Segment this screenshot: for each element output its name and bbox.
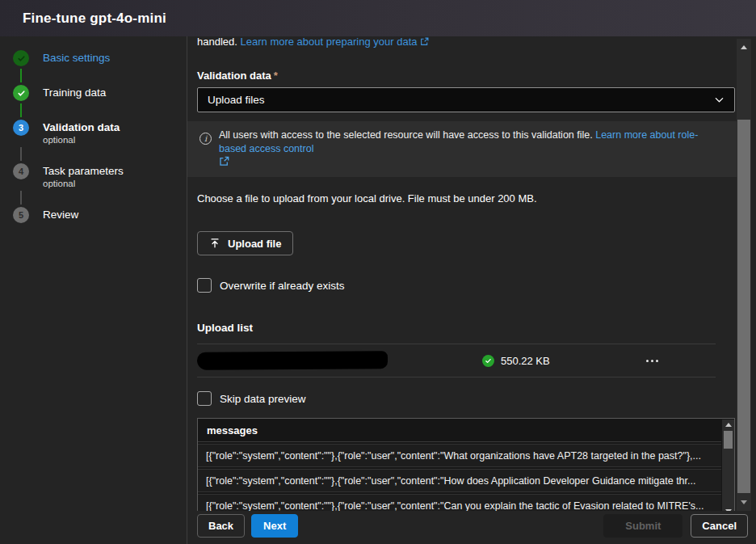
preparing-data-link[interactable]: Learn more about preparing your data — [241, 36, 418, 48]
step-optional-label: optional — [43, 135, 120, 145]
table-row: [{"role":"system","content":""},{"role":… — [198, 444, 721, 467]
table-scrollbar[interactable] — [722, 420, 734, 517]
step-label: Validation data — [43, 121, 120, 133]
cancel-button[interactable]: Cancel — [691, 514, 748, 538]
step-optional-label: optional — [43, 179, 124, 188]
step-label: Basic settings — [43, 52, 110, 64]
table-row: [{"role":"system","content":""},{"role":… — [198, 469, 721, 492]
page-scroll-up-icon[interactable] — [737, 45, 751, 49]
step-number-badge: 3 — [13, 120, 29, 136]
table-scrollbar-thumb[interactable] — [724, 431, 733, 449]
sidebar-item-task-parameters[interactable]: 4 Task parameters optional — [13, 163, 187, 188]
file-more-button[interactable] — [643, 356, 662, 365]
redacted-file-name — [197, 351, 388, 370]
upload-icon — [209, 238, 220, 249]
step-number-badge: 4 — [13, 163, 29, 179]
overwrite-checkbox-row[interactable]: Overwrite if already exists — [197, 278, 737, 293]
clipped-help-text: handled. Learn more about preparing your… — [197, 36, 737, 50]
sidebar-item-validation-data[interactable]: 3 Validation data optional — [13, 120, 187, 145]
step-completed-check-icon — [13, 85, 29, 101]
page-scrollbar-track[interactable] — [737, 39, 751, 511]
uploaded-file-row: 550.22 KB — [197, 344, 716, 377]
step-connector — [20, 103, 22, 117]
sidebar-item-basic-settings[interactable]: Basic settings — [13, 50, 187, 66]
step-completed-check-icon — [13, 50, 29, 66]
step-label: Training data — [43, 86, 106, 99]
step-connector — [20, 69, 22, 82]
sidebar-item-review[interactable]: 5 Review — [13, 207, 187, 223]
overwrite-checkbox[interactable] — [197, 278, 212, 293]
upload-file-button[interactable]: Upload file — [197, 231, 293, 255]
step-connector — [20, 147, 22, 161]
skip-preview-checkbox-label: Skip data preview — [220, 393, 306, 405]
external-link-icon — [420, 36, 429, 48]
fine-tune-wizard-window: Fine-tune gpt-4o-mini Basic settings Tra… — [0, 0, 756, 544]
upload-instruction-text: Choose a file to upload from your local … — [197, 192, 737, 205]
upload-list-heading: Upload list — [197, 322, 737, 334]
page-scrollbar[interactable] — [737, 36, 751, 511]
step-connector — [20, 191, 22, 205]
access-info-banner: i All users with access to the selected … — [187, 121, 737, 177]
upload-button-label: Upload file — [228, 238, 281, 250]
overwrite-checkbox-label: Overwrite if already exists — [220, 280, 345, 292]
validation-data-label: Validation data* — [197, 70, 737, 82]
skip-preview-checkbox[interactable] — [197, 391, 212, 406]
required-asterisk: * — [274, 70, 278, 82]
table-scroll-up-icon[interactable] — [722, 423, 734, 427]
table-column-header: messages — [198, 419, 721, 442]
back-button[interactable]: Back — [197, 514, 245, 538]
step-label: Task parameters — [43, 165, 124, 177]
dropdown-selected-value: Upload files — [208, 94, 714, 106]
step-number-badge: 5 — [13, 207, 29, 223]
main-content: handled. Learn more about preparing your… — [187, 36, 737, 544]
file-size-label: 550.22 KB — [501, 355, 550, 367]
next-button[interactable]: Next — [251, 514, 298, 538]
validation-data-dropdown[interactable]: Upload files — [197, 87, 735, 112]
submit-button[interactable]: Submit — [603, 514, 682, 538]
page-scroll-down-icon[interactable] — [737, 500, 751, 504]
external-link-icon[interactable] — [219, 156, 229, 171]
upload-list: 550.22 KB — [197, 344, 716, 377]
info-icon: i — [200, 133, 212, 145]
banner-text: All users with access to the selected re… — [219, 129, 593, 141]
data-preview-table: messages [{"role":"system","content":""}… — [197, 418, 735, 519]
wizard-footer: Back Next Submit Cancel — [187, 511, 756, 544]
page-scrollbar-thumb[interactable] — [737, 120, 750, 493]
chevron-down-icon — [714, 95, 724, 105]
step-label: Review — [43, 209, 78, 221]
wizard-steps-sidebar: Basic settings Training data 3 Validatio… — [0, 36, 187, 544]
skip-preview-checkbox-row[interactable]: Skip data preview — [197, 391, 737, 406]
clipped-text-prefix: handled. — [197, 36, 237, 48]
page-title: Fine-tune gpt-4o-mini — [23, 11, 166, 27]
sidebar-item-training-data[interactable]: Training data — [13, 85, 187, 101]
window-header: Fine-tune gpt-4o-mini — [0, 0, 756, 36]
upload-success-icon — [482, 355, 494, 367]
